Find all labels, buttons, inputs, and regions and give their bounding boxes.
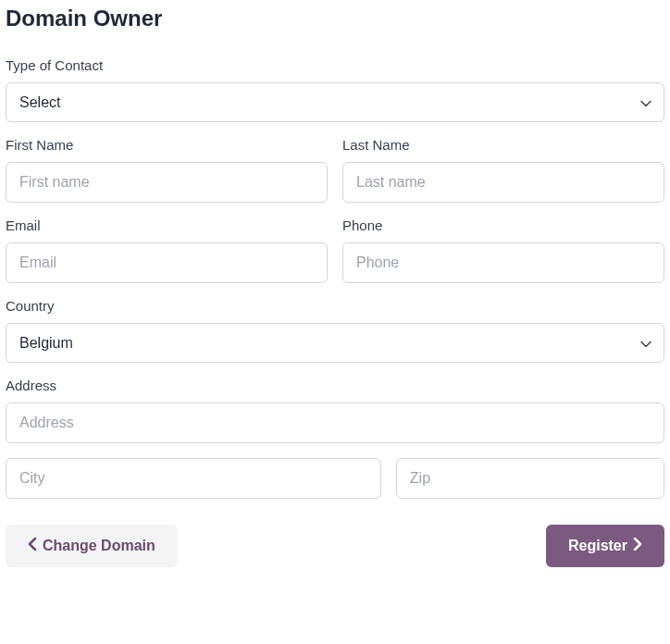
contact-type-label: Type of Contact — [6, 57, 664, 73]
page-title: Domain Owner — [6, 6, 664, 31]
first-name-group: First Name — [6, 137, 328, 203]
contact-type-select[interactable]: Select — [6, 82, 664, 122]
first-name-input[interactable] — [6, 162, 328, 203]
change-domain-button[interactable]: Change Domain — [6, 525, 178, 567]
change-domain-label: Change Domain — [43, 538, 155, 554]
chevron-left-icon — [28, 538, 37, 554]
country-group: Country Belgium — [6, 298, 664, 363]
address-input[interactable] — [6, 402, 664, 443]
last-name-label: Last Name — [342, 137, 664, 153]
city-group — [6, 458, 381, 499]
phone-group: Phone — [342, 217, 664, 283]
email-input[interactable] — [6, 242, 328, 283]
address-label: Address — [6, 378, 664, 393]
zip-input[interactable] — [396, 458, 664, 499]
city-input[interactable] — [6, 458, 381, 499]
phone-label: Phone — [342, 217, 664, 233]
chevron-right-icon — [633, 538, 642, 554]
phone-input[interactable] — [342, 242, 664, 283]
email-group: Email — [6, 217, 328, 283]
register-button[interactable]: Register — [546, 525, 664, 567]
button-row: Change Domain Register — [6, 525, 664, 567]
register-label: Register — [568, 538, 627, 554]
contact-type-group: Type of Contact Select — [6, 57, 664, 122]
country-select[interactable]: Belgium — [6, 323, 664, 363]
email-label: Email — [6, 217, 328, 233]
country-label: Country — [6, 298, 664, 314]
last-name-input[interactable] — [342, 162, 664, 203]
zip-group — [396, 458, 664, 499]
address-group: Address — [6, 378, 664, 443]
first-name-label: First Name — [6, 137, 328, 153]
last-name-group: Last Name — [342, 137, 664, 203]
